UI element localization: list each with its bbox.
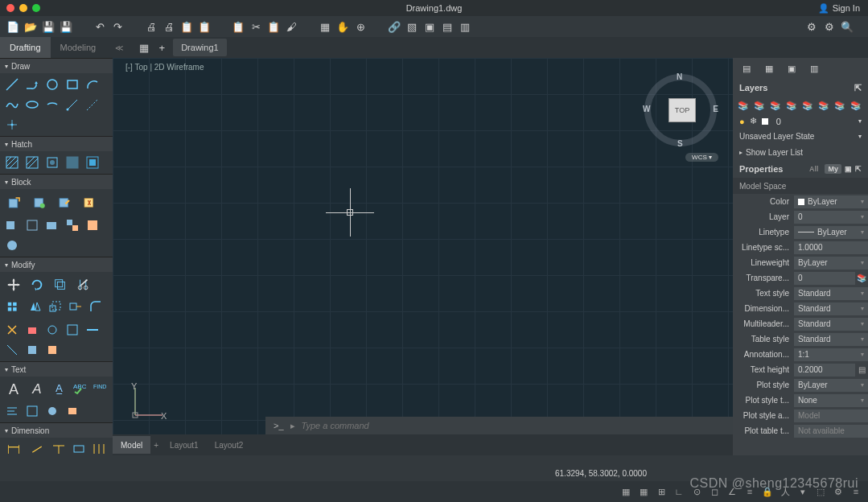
layer-btn-6[interactable]: 📚 [818,100,829,111]
section-text[interactable]: Text [0,362,113,376]
modify-tool-a[interactable] [44,322,60,338]
layer-btn-8[interactable]: 📚 [850,100,862,111]
settings-icon[interactable]: ⚙ [805,20,818,33]
dim-tool-4[interactable] [71,441,87,455]
text-tool[interactable]: A [27,380,47,399]
sign-in-button[interactable]: 👤 Sign In [818,3,860,14]
props-btn-1[interactable]: ▣ [845,165,852,173]
hatch-tool[interactable] [4,154,20,171]
block-tool-6[interactable] [24,217,40,233]
move-tool[interactable] [4,275,23,294]
spell-tool[interactable]: ABC [71,380,87,396]
text-style-tool[interactable]: A̲ [51,380,67,396]
block-tool-9[interactable] [84,217,101,233]
status-anno-icon[interactable]: 🔒 [762,486,773,497]
text-tool-9[interactable] [64,403,80,419]
spline-tool[interactable] [4,97,20,113]
compass-s[interactable]: S [677,139,683,148]
group-icon[interactable]: ▥ [459,20,471,33]
status-clean-icon[interactable]: ⚙ [833,486,844,497]
block-mgr-icon[interactable]: ▧ [405,20,418,33]
ref-icon[interactable]: ▤ [441,20,454,33]
prop-value[interactable]: ByLayer [794,226,868,239]
linear-dim-tool[interactable] [4,441,23,455]
prop-value[interactable]: Standard [794,318,868,331]
section-modify[interactable]: Modify [0,257,113,272]
status-units-icon[interactable]: ⬚ [815,486,826,497]
layer-btn-1[interactable]: 📚 [738,100,749,111]
text-align-tool[interactable] [4,403,20,419]
line-tool[interactable] [4,76,20,93]
compass-e[interactable]: E [713,105,718,113]
preview-icon[interactable]: 🖨 [162,20,175,33]
viewcube[interactable]: TOP N S E W [644,74,717,146]
props-popout-icon[interactable]: ⇱ [855,165,862,173]
filter-my[interactable]: My [825,164,841,174]
layer-btn-2[interactable]: 📚 [754,100,765,111]
insert-icon[interactable]: ▣ [423,20,436,33]
minimize-window-button[interactable] [19,4,27,12]
xref-icon[interactable]: 🔗 [388,20,401,33]
pan-icon[interactable]: ✋ [336,20,349,33]
array-tool[interactable] [4,298,23,318]
erase-tool[interactable] [24,322,40,338]
command-line[interactable]: >_ ▸ [265,417,733,434]
tab-layout1[interactable]: Layout1 [162,436,207,454]
edit-block-tool[interactable] [54,192,75,213]
ray-tool[interactable] [64,97,80,113]
tab-modeling[interactable]: Modeling [51,37,106,58]
sheet-icon[interactable]: 📋 [198,20,211,33]
status-custom-icon[interactable]: ≡ [850,486,862,497]
add-layout-button[interactable]: + [150,436,162,454]
layer-btn-4[interactable]: 📚 [786,100,797,111]
polyline-tool[interactable] [24,76,40,93]
fillet-tool[interactable] [88,298,104,315]
circle-tool[interactable] [44,76,60,93]
section-dimension[interactable]: Dimension [0,423,113,438]
modify-tool-e[interactable] [24,342,40,358]
cut-icon[interactable]: ✂ [249,20,262,33]
aligned-dim-tool[interactable] [27,441,47,455]
status-ortho-icon[interactable]: ∟ [673,486,685,497]
block-tool-5[interactable] [4,217,20,233]
boundary-tool[interactable] [44,154,60,171]
save-icon[interactable]: 💾 [42,20,55,33]
modify-tool-c[interactable] [84,322,101,338]
doc-tab[interactable]: Drawing1 [173,39,226,56]
layer-btn-7[interactable]: 📚 [834,100,845,111]
new-icon[interactable]: 📄 [6,20,19,33]
prop-value[interactable]: Model [794,409,868,422]
palette-tab-2[interactable]: ▦ [763,63,775,74]
find-tool[interactable]: FIND [91,380,107,396]
help-icon[interactable]: ⚙ [823,20,836,33]
current-layer-dropdown[interactable]: ●❄ 0 ▾ [733,114,868,128]
prop-value[interactable]: ByLayer [794,379,868,392]
modify-tool-b[interactable] [64,322,80,338]
compass-n[interactable]: N [677,72,682,81]
status-snap-icon[interactable]: ⊞ [656,486,667,497]
filter-all[interactable]: All [806,164,822,174]
insert-block-tool[interactable] [4,192,25,213]
block-tool-8[interactable] [64,217,80,233]
match-icon[interactable]: 🖌 [285,20,298,33]
block-attr-tool[interactable] [79,192,100,213]
block-tool-7[interactable] [44,217,60,233]
modify-tool-d[interactable] [4,342,20,358]
saveas-icon[interactable]: 💾 [60,20,72,33]
status-osnap-icon[interactable]: ◻ [709,486,720,497]
undo-icon[interactable]: ↶ [93,20,106,33]
xline-tool[interactable] [84,97,101,113]
gradient-tool[interactable] [24,154,40,171]
print-icon[interactable]: 🖨 [145,20,158,33]
open-icon[interactable]: 📂 [24,20,37,33]
ucs-icon[interactable]: X Y [129,381,169,423]
wcs-dropdown[interactable]: WCS ▾ [685,153,718,162]
scale-tool[interactable] [47,298,64,315]
prop-value[interactable]: 0.2000 [794,364,855,376]
zoom-icon[interactable]: ⊕ [354,20,367,33]
trim-tool[interactable] [74,275,93,294]
maximize-window-button[interactable] [32,4,40,12]
tab-drafting[interactable]: Drafting [0,37,51,58]
palette-tab-3[interactable]: ▣ [786,63,797,74]
show-layer-list-button[interactable]: ▸Show Layer List [733,144,868,160]
